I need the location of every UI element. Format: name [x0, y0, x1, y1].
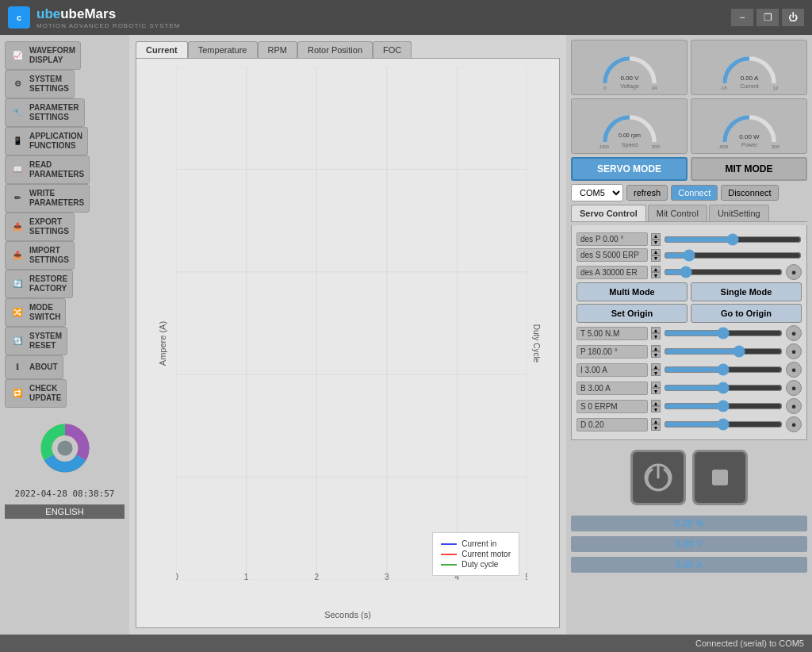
mit-mode-button[interactable]: MIT MODE: [691, 157, 807, 181]
param-s-slider[interactable]: [664, 401, 783, 412]
param-d-circle[interactable]: ●: [786, 416, 802, 432]
des-p-spin-up[interactable]: ▲: [651, 233, 661, 240]
chart-tab-temperature[interactable]: Temperature: [188, 41, 258, 58]
svg-text:5: 5: [525, 573, 527, 580]
chart-tab-rpm[interactable]: RPM: [258, 41, 297, 58]
param-i-slider[interactable]: [664, 364, 783, 375]
servo-mode-button[interactable]: SERVO MODE: [571, 157, 688, 181]
des-a-spin-up[interactable]: ▲: [651, 266, 661, 272]
param-s-circle[interactable]: ●: [786, 398, 802, 414]
des-s-spin-up[interactable]: ▲: [651, 249, 661, 255]
disconnect-button[interactable]: Disconnect: [721, 185, 778, 201]
sidebar-btn-import-settings[interactable]: 📥IMPORTSETTINGS: [5, 241, 75, 270]
minimize-button[interactable]: −: [731, 9, 753, 26]
sidebar-btn-restore-factory[interactable]: 🔄RESTOREFACTORY: [5, 270, 73, 298]
sidebar-btn-write-parameters[interactable]: ✏WRITEPARAMETERS: [5, 184, 90, 213]
des-s-row: des S 5000 ERP ▲ ▼: [576, 248, 802, 262]
param-b-slider[interactable]: [664, 382, 783, 393]
param-b-spin-up[interactable]: ▲: [651, 382, 661, 388]
param-p-slider[interactable]: [664, 346, 783, 357]
chart-tab-current[interactable]: Current: [136, 41, 188, 58]
param-p-spin-up[interactable]: ▲: [651, 345, 661, 351]
param-d-row: D 0.20 ▲ ▼ ●: [576, 416, 802, 432]
svg-text:200: 200: [651, 144, 660, 149]
titlebar: c ubeubeMars MOTION ADVANCED ROBOTIC SYS…: [0, 0, 812, 35]
param-b-row: B 3.00 A ▲ ▼ ●: [576, 380, 802, 396]
sidebar-btn-system-settings[interactable]: ⚙SYSTEMSETTINGS: [5, 70, 75, 98]
param-b-circle[interactable]: ●: [786, 380, 802, 396]
sidebar-btn-application-functions[interactable]: 📱APPLICATIONFUNCTIONS: [5, 127, 88, 155]
y-axis-label: Ampere (A): [158, 320, 167, 365]
param-t-spin-down[interactable]: ▼: [651, 333, 661, 339]
svg-text:Power: Power: [741, 142, 757, 148]
des-s-label: des S 5000 ERP: [576, 248, 648, 262]
param-i-spin-up[interactable]: ▲: [651, 363, 661, 370]
legend-label-duty-cycle: Duty cycle: [462, 560, 498, 569]
sidebar-icon-restore-factory: 🔄: [10, 277, 25, 291]
restore-button[interactable]: ❐: [756, 9, 779, 26]
sidebar-btn-system-reset[interactable]: 🔃SYSTEMRESET: [5, 327, 67, 355]
sidebar-btn-about[interactable]: ℹABOUT: [5, 355, 63, 379]
close-button[interactable]: ⏻: [782, 9, 804, 26]
sidebar-btn-read-parameters[interactable]: 📖READPARAMETERS: [5, 155, 90, 184]
chart-tab-rotor-position[interactable]: Rotor Position: [297, 41, 373, 58]
param-d-spin-down[interactable]: ▼: [651, 424, 661, 431]
com-port-select[interactable]: COM5: [571, 184, 623, 201]
sidebar-btn-mode-switch[interactable]: 🔀MODESWITCH: [5, 298, 66, 327]
param-p-circle[interactable]: ●: [786, 343, 802, 359]
param-s-spin-down[interactable]: ▼: [651, 406, 661, 412]
des-a-circle[interactable]: ●: [786, 264, 802, 280]
language-selector[interactable]: ENGLISH: [5, 504, 124, 519]
param-s-spin-up[interactable]: ▲: [651, 400, 661, 406]
status-current: 0.00 A: [571, 557, 807, 573]
refresh-button[interactable]: refresh: [626, 185, 668, 201]
param-i-spin-down[interactable]: ▼: [651, 370, 661, 376]
power-button[interactable]: [630, 450, 686, 505]
multi-mode-button[interactable]: Multi Mode: [576, 282, 688, 301]
des-a-slider[interactable]: [664, 267, 783, 278]
sidebar-icon-export-settings: 📤: [10, 220, 25, 234]
status-footer: Connected (serial) to COM5: [0, 635, 812, 652]
sidebar: 📈WAVEFORMDISPLAY⚙SYSTEMSETTINGS🔧PARAMETE…: [0, 35, 129, 635]
param-p-spin-down[interactable]: ▼: [651, 351, 661, 358]
param-t-circle[interactable]: ●: [786, 325, 802, 341]
single-mode-button[interactable]: Single Mode: [691, 282, 802, 301]
param-t-spin-up[interactable]: ▲: [651, 327, 661, 333]
param-t-slider[interactable]: [664, 328, 783, 339]
param-p-row: P 180.00 ° ▲ ▼ ●: [576, 343, 802, 359]
unit-setting-tab[interactable]: UnitSetting: [709, 205, 769, 221]
des-p-label: des P 0.00 °: [576, 232, 648, 246]
param-d-slider[interactable]: [664, 419, 783, 430]
param-s-row: S 0 ERPM ▲ ▼ ●: [576, 398, 802, 414]
param-i-circle[interactable]: ●: [786, 362, 802, 378]
des-p-slider[interactable]: [664, 234, 802, 245]
des-s-slider[interactable]: [664, 250, 802, 261]
logo-area: c ubeubeMars MOTION ADVANCED ROBOTIC SYS…: [8, 6, 180, 29]
chart-tab-foc[interactable]: FOC: [373, 41, 412, 58]
param-d-spin-up[interactable]: ▲: [651, 418, 661, 424]
x-axis-label: Seconds (s): [324, 610, 371, 619]
sidebar-btn-parameter-settings[interactable]: 🔧PARAMETERSETTINGS: [5, 98, 85, 127]
chart-tabs: CurrentTemperatureRPMRotor PositionFOC: [136, 41, 560, 58]
des-a-spin-down[interactable]: ▼: [651, 272, 661, 278]
current-gauge: 0.00 A Current -18 12: [691, 40, 807, 95]
connect-button[interactable]: Connect: [671, 185, 718, 201]
app-icon: c: [8, 6, 30, 29]
svg-text:Current: Current: [740, 83, 759, 90]
param-p-label: P 180.00 °: [576, 345, 648, 359]
set-origin-button[interactable]: Set Origin: [576, 304, 688, 323]
servo-control-tab[interactable]: Servo Control: [571, 205, 646, 221]
go-to-origin-button[interactable]: Go to Origin: [691, 304, 802, 323]
des-s-spin-down[interactable]: ▼: [651, 255, 661, 262]
des-p-spin-down[interactable]: ▼: [651, 240, 661, 246]
param-b-spin-down[interactable]: ▼: [651, 388, 661, 394]
svg-text:c: c: [17, 13, 21, 22]
sidebar-btn-check-update[interactable]: 🔁CHECKUPDATE: [5, 379, 67, 408]
sidebar-btn-waveform-display[interactable]: 📈WAVEFORMDISPLAY: [5, 41, 81, 70]
svg-text:0: 0: [603, 85, 607, 90]
stop-button[interactable]: [692, 450, 748, 505]
sidebar-icon-import-settings: 📥: [10, 248, 25, 263]
mit-control-tab[interactable]: Mit Control: [648, 205, 707, 221]
sidebar-btn-export-settings[interactable]: 📤EXPORTSETTINGS: [5, 213, 75, 241]
action-row-2: Set Origin Go to Origin: [576, 304, 802, 323]
